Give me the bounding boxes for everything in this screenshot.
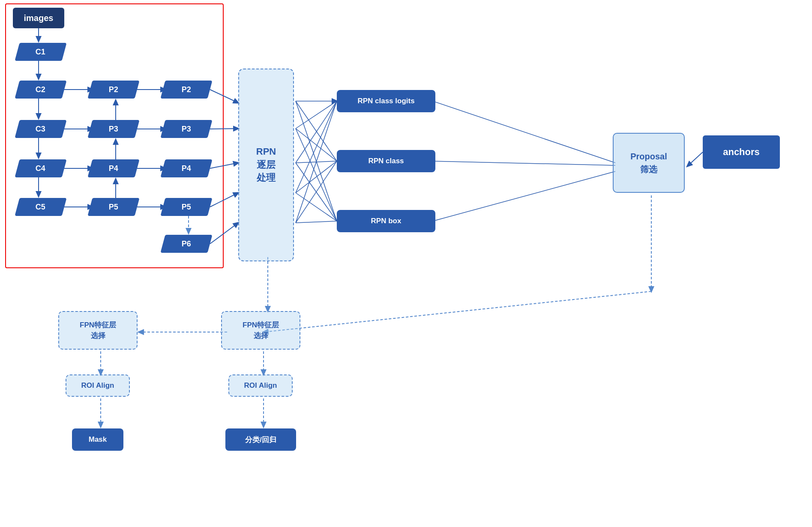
p2b-node: P2 bbox=[163, 81, 210, 99]
svg-line-27 bbox=[296, 101, 337, 163]
roi-align2-node: ROI Align bbox=[228, 374, 293, 397]
svg-line-29 bbox=[296, 101, 337, 223]
rpn-class-node: RPN class bbox=[337, 150, 435, 172]
proposal-node: Proposal 筛选 bbox=[613, 133, 685, 193]
rpn-class-logits-node: RPN class logits bbox=[337, 90, 435, 112]
p3b-node: P3 bbox=[163, 120, 210, 138]
svg-line-26 bbox=[296, 101, 337, 129]
images-node: images bbox=[13, 8, 64, 28]
svg-line-33 bbox=[296, 161, 337, 193]
svg-line-42 bbox=[433, 161, 615, 165]
fpn-sel2-node: FPN特征层 选择 bbox=[221, 311, 300, 350]
p5a-node: P5 bbox=[90, 198, 137, 216]
p4b-node: P4 bbox=[163, 159, 210, 177]
p6b-node: P6 bbox=[163, 235, 210, 253]
svg-line-30 bbox=[296, 101, 337, 161]
classify-node: 分类/回归 bbox=[225, 428, 296, 451]
p5b-node: P5 bbox=[163, 198, 210, 216]
svg-line-46 bbox=[264, 291, 651, 332]
fpn-sel1-node: FPN特征层 选择 bbox=[58, 311, 138, 350]
c2-node: C2 bbox=[17, 81, 64, 99]
svg-line-38 bbox=[296, 193, 337, 221]
svg-line-35 bbox=[296, 101, 337, 221]
svg-line-37 bbox=[296, 163, 337, 221]
c1-node: C1 bbox=[17, 43, 64, 61]
svg-line-32 bbox=[296, 161, 337, 163]
rpn-box-node: RPN box bbox=[337, 210, 435, 232]
svg-line-41 bbox=[433, 101, 615, 163]
roi-align1-node: ROI Align bbox=[66, 374, 130, 397]
c3-node: C3 bbox=[17, 120, 64, 138]
p4a-node: P4 bbox=[90, 159, 137, 177]
rpn-node: RPN 逐层 处理 bbox=[238, 69, 294, 261]
anchors-node: anchors bbox=[703, 135, 780, 169]
c4-node: C4 bbox=[17, 159, 64, 177]
svg-line-34 bbox=[296, 161, 337, 223]
svg-line-28 bbox=[296, 101, 337, 193]
p3a-node: P3 bbox=[90, 120, 137, 138]
svg-line-39 bbox=[296, 221, 337, 223]
mask-node: Mask bbox=[72, 428, 123, 451]
svg-line-31 bbox=[296, 129, 337, 161]
c5-node: C5 bbox=[17, 198, 64, 216]
diagram: images C1 C2 C3 C4 C5 P2 bbox=[0, 0, 812, 527]
p2a-node: P2 bbox=[90, 81, 137, 99]
svg-line-36 bbox=[296, 129, 337, 221]
svg-line-43 bbox=[433, 171, 615, 221]
svg-line-44 bbox=[687, 152, 703, 166]
